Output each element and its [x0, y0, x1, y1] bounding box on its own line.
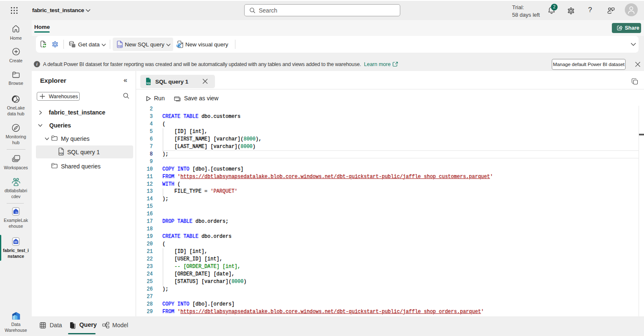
svg-text:SQL: SQL [146, 82, 152, 84]
svg-text:SQL: SQL [59, 152, 64, 155]
svg-text:SQL: SQL [118, 45, 123, 47]
